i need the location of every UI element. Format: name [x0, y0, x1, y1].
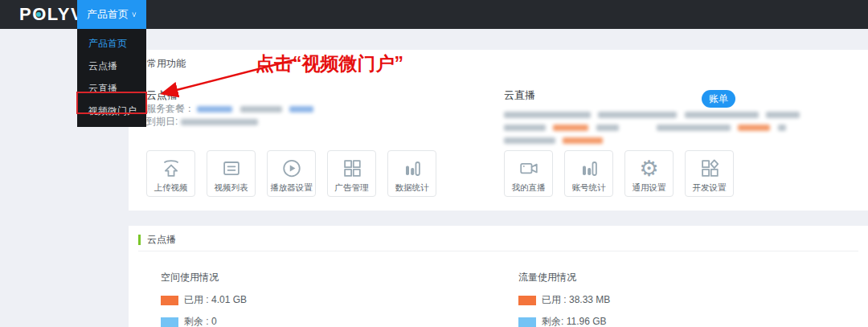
annotation-highlight-box — [76, 92, 147, 114]
redacted-text — [766, 112, 800, 118]
shortcut-label: 开发设置 — [693, 182, 727, 194]
legend-used: 已用 : 38.33 MB — [518, 293, 610, 307]
redacted-text — [504, 112, 591, 118]
redacted-text — [563, 137, 603, 144]
traffic-usage-block: 流量使用情况 已用 : 38.33 MB 剩余: 11.96 GB — [518, 271, 610, 327]
shortcut-upload-video[interactable]: 上传视频 — [146, 150, 195, 197]
redacted-text — [598, 112, 677, 118]
legend-remaining: 剩余: 11.96 GB — [518, 315, 610, 327]
live-info-line-2 — [504, 121, 791, 133]
section-title: 云点播 — [147, 233, 176, 247]
redacted-text — [504, 137, 555, 144]
shortcut-label: 视频列表 — [215, 182, 248, 194]
legend-label: 已用 : 4.01 GB — [184, 293, 247, 307]
shortcut-label: 播放器设置 — [270, 182, 313, 194]
ad-grid-icon — [338, 156, 366, 182]
usage-title: 流量使用情况 — [518, 271, 610, 284]
shortcut-my-live[interactable]: 我的直播 — [504, 150, 553, 197]
top-nav-bar: POLYV 产品首页 ˅ — [0, 0, 868, 29]
legend-remaining: 剩余 : 0 — [161, 315, 247, 327]
redacted-text — [778, 125, 786, 131]
tab-product-home[interactable]: 产品首页 ˅ — [77, 0, 146, 29]
upload-icon — [158, 156, 185, 182]
legend-label: 剩余: 11.96 GB — [542, 315, 606, 327]
menu-item-vod[interactable]: 云点播 — [77, 55, 146, 77]
shortcut-dev-settings[interactable]: 开发设置 — [685, 150, 734, 197]
chevron-down-icon: ˅ — [132, 10, 137, 19]
live-info-line-1 — [504, 108, 805, 120]
remaining-swatch-icon — [518, 317, 536, 327]
section-title: 常用功能 — [147, 57, 186, 71]
remaining-swatch-icon — [161, 317, 178, 327]
shortcut-video-list[interactable]: 视频列表 — [207, 150, 256, 197]
gear-icon: ⚙ — [636, 156, 663, 182]
redacted-text — [596, 125, 619, 131]
live-shortcuts: 我的直播 账号统计 ⚙ 通用设置 开发设置 — [504, 150, 734, 197]
section-bar-icon — [138, 235, 141, 245]
camera-icon — [515, 156, 542, 182]
redacted-text — [240, 106, 282, 112]
video-list-icon — [218, 156, 245, 182]
redacted-text — [738, 125, 770, 131]
tab-product-home-label: 产品首页 — [87, 7, 129, 22]
legend-used: 已用 : 4.01 GB — [161, 293, 247, 307]
shortcut-general-settings[interactable]: ⚙ 通用设置 — [624, 150, 674, 197]
common-functions-panel: 常用功能 云点播 服务套餐： 到期日: 上传视频 — [129, 50, 868, 211]
menu-item-product-home[interactable]: 产品首页 — [77, 32, 146, 55]
dev-grid-icon — [696, 156, 723, 182]
used-swatch-icon — [518, 296, 536, 305]
vod-usage-panel: 云点播 空间使用情况 已用 : 4.01 GB 剩余 : 0 流量使用情况 已用… — [129, 226, 868, 327]
redacted-text — [504, 125, 546, 131]
legend-label: 剩余 : 0 — [184, 315, 217, 327]
bar-chart-icon — [575, 156, 603, 182]
redacted-text — [685, 112, 759, 118]
section-header-vod: 云点播 — [138, 233, 176, 247]
legend-label: 已用 : 38.33 MB — [542, 293, 610, 307]
shortcut-account-stats[interactable]: 账号统计 — [564, 150, 613, 197]
shortcut-label: 上传视频 — [154, 182, 188, 194]
vod-title: 云点播 — [146, 88, 178, 103]
live-title: 云直播 — [504, 88, 535, 103]
player-icon — [278, 156, 305, 182]
redacted-text — [289, 106, 313, 112]
polyv-logo[interactable]: POLYV — [19, 4, 84, 25]
shortcut-label: 通用设置 — [633, 182, 666, 194]
page: POLYV 产品首页 ˅ 产品首页 云点播 云直播 视频微门户 常用功能 云点播… — [0, 0, 868, 327]
vod-expiry-line: 到期日: — [146, 115, 263, 129]
redacted-text — [197, 106, 232, 112]
expiry-label: 到期日: — [146, 116, 178, 127]
vod-plan-line: 服务套餐： — [146, 102, 318, 116]
redacted-text — [553, 125, 588, 131]
shortcut-label: 广告管理 — [335, 182, 369, 194]
live-info-line-3 — [504, 134, 608, 145]
annotation-text: 点击“视频微门户” — [256, 51, 403, 76]
divider — [138, 251, 858, 251]
space-usage-block: 空间使用情况 已用 : 4.01 GB 剩余 : 0 — [161, 271, 247, 327]
used-swatch-icon — [161, 296, 178, 305]
shortcut-label: 数据统计 — [395, 182, 429, 194]
logo-dot-icon — [36, 12, 41, 17]
redacted-text — [657, 125, 731, 131]
bar-chart-icon — [399, 156, 426, 182]
shortcut-data-stats[interactable]: 数据统计 — [387, 150, 436, 197]
bill-button[interactable]: 账单 — [702, 90, 735, 108]
plan-label: 服务套餐： — [146, 103, 194, 114]
usage-title: 空间使用情况 — [161, 271, 247, 284]
shortcut-label: 账号统计 — [572, 182, 606, 194]
shortcut-label: 我的直播 — [512, 182, 546, 194]
shortcut-ad-manage[interactable]: 广告管理 — [327, 150, 376, 197]
vod-shortcuts: 上传视频 视频列表 播放器设置 广告管理 — [146, 150, 436, 197]
shortcut-player-settings[interactable]: 播放器设置 — [267, 150, 316, 197]
redacted-text — [181, 119, 258, 125]
